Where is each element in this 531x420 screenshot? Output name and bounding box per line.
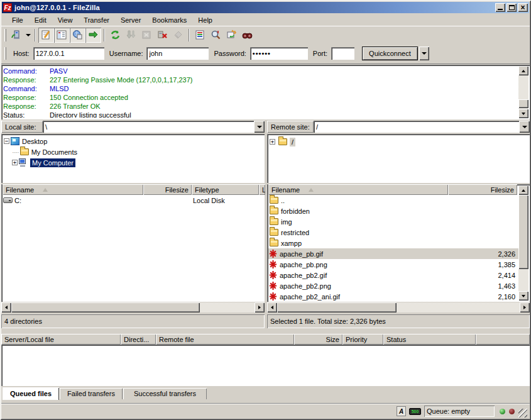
tree-item-root[interactable]: + / [270,136,530,147]
tree-item-label: My Documents [31,148,77,156]
message-log-icon [41,30,52,40]
tree-item-desktop[interactable]: − Desktop [4,136,265,146]
tree-item-my-documents[interactable]: ···· My Documents [4,146,265,157]
remote-row-file-selected[interactable]: apache_pb.gif 2,326 [268,248,518,259]
remote-row-file[interactable]: apache_pb2_ani.gif 2,160 [268,291,518,301]
remote-row-folder[interactable]: restricted [268,227,518,238]
arrow-left-icon [5,306,8,309]
menu-file[interactable]: File [6,15,29,25]
process-queue-button[interactable] [123,28,139,43]
directory-filters-button[interactable] [192,28,208,43]
local-column-filetype[interactable]: Filetype [192,184,259,195]
receive-indicator-led [500,409,505,414]
site-manager-dropdown-button[interactable] [24,28,32,43]
log-line: Response:226 Transfer OK [3,102,517,111]
host-input[interactable] [33,47,104,60]
resize-grip[interactable] [518,409,527,417]
local-column-filesize[interactable]: Filesize [143,184,192,195]
toggle-remote-tree-button[interactable] [70,28,85,43]
remote-site-dropdown-button[interactable] [519,121,530,133]
window-title: john@127.0.0.1 - FileZilla [14,4,494,11]
tab-failed-transfers[interactable]: Failed transfers [60,388,123,399]
local-column-filename[interactable]: Filename [3,184,143,195]
expander-collapse-icon[interactable]: − [4,138,9,144]
remote-scroll-up-button[interactable] [518,185,528,195]
remote-scroll-right-button[interactable] [520,302,530,312]
local-scroll-right-button[interactable] [255,302,265,312]
menu-view[interactable]: View [52,15,79,25]
remote-file-list: Filename Filesize .. forbidden img restr… [267,184,530,302]
remote-scroll-track[interactable] [518,269,528,291]
remote-site-label: Remote site: [267,121,314,133]
close-button[interactable]: × [518,3,528,12]
refresh-button[interactable] [107,28,123,43]
remote-site-combobox[interactable]: / [314,121,519,133]
local-site-dropdown-button[interactable] [254,121,265,133]
site-manager-button[interactable] [8,28,24,43]
toggle-transfer-queue-button[interactable] [85,28,101,43]
port-input[interactable] [331,47,354,60]
toggle-local-tree-button[interactable] [54,28,70,43]
toggle-message-log-button[interactable] [38,28,54,43]
tab-successful-transfers[interactable]: Successful transfers [123,388,207,399]
local-scroll-left-button[interactable] [1,302,11,312]
local-file-row-c-drive[interactable]: C: Local Disk [3,195,263,206]
remote-row-folder[interactable]: img [268,216,518,227]
find-files-button[interactable] [239,28,255,43]
remote-scroll-thumb[interactable] [518,195,528,269]
title-bar[interactable]: Fz john@127.0.0.1 - FileZilla × [2,2,529,13]
remote-row-file[interactable]: apache_pb2.png 1,463 [268,280,518,291]
local-column-last-modified[interactable]: L [259,184,265,195]
log-scrollbar-thumb[interactable] [518,99,528,108]
queue-list-body[interactable] [1,345,530,386]
disconnect-icon [157,30,168,40]
maximize-button[interactable] [506,3,517,12]
quickconnect-button[interactable]: Quickconnect [362,47,418,60]
remote-scroll-left-button[interactable] [267,302,277,312]
local-scroll-thumb[interactable] [11,302,200,312]
remote-row-file[interactable]: apache_pb.png 1,385 [268,259,518,270]
remote-scroll-down-button[interactable] [518,291,528,301]
synchronized-browsing-button[interactable] [224,28,239,43]
tab-queued-files[interactable]: Queued files [3,387,59,400]
remote-row-parent-dir[interactable]: .. [268,195,518,206]
queue-column-size[interactable]: Size [294,334,342,345]
disconnect-button[interactable] [155,28,170,43]
image-file-icon [268,260,278,269]
menu-transfer[interactable]: Transfer [78,15,115,25]
tree-item-my-computer[interactable]: + My Computer [4,157,265,168]
menu-bookmarks[interactable]: Bookmarks [146,15,192,25]
queue-column-status[interactable]: Status [383,334,476,345]
arrow-down-icon [522,113,525,115]
log-scroll-up-button[interactable] [518,66,528,75]
file-name: apache_pb2_ani.gif [280,293,340,301]
remote-hscroll-thumb[interactable] [277,302,397,312]
reconnect-button[interactable] [170,28,186,43]
remote-row-folder[interactable]: forbidden [268,206,518,216]
quickconnect-grip[interactable] [4,47,6,60]
queue-column-remote-file[interactable]: Remote file [156,334,294,345]
cancel-button[interactable] [139,28,155,43]
queue-column-server-local-file[interactable]: Server/Local file [1,334,121,345]
minimize-button[interactable] [495,3,505,12]
remote-column-filename[interactable]: Filename [268,184,448,195]
password-input[interactable] [250,47,308,60]
directory-comparison-button[interactable] [208,28,224,43]
transfer-type-indicator[interactable]: A [397,406,406,416]
remote-row-file[interactable]: apache_pb2.gif 2,414 [268,270,518,280]
menu-server[interactable]: Server [115,15,146,25]
queue-column-direction[interactable]: Directi... [121,334,156,345]
speed-limit-icon[interactable]: 500 [409,408,421,415]
username-input[interactable] [146,47,209,60]
remote-row-folder[interactable]: xampp [268,238,518,248]
local-site-combobox[interactable]: \ [43,121,254,133]
menu-edit[interactable]: Edit [29,15,52,25]
quickconnect-dropdown-button[interactable] [419,47,429,60]
toolbar-grip[interactable] [4,29,6,41]
queue-column-priority[interactable]: Priority [342,334,383,345]
log-scroll-down-button[interactable] [518,109,528,118]
remote-column-filesize[interactable]: Filesize [448,184,517,195]
expander-expand-icon[interactable]: + [270,139,275,145]
expander-expand-icon[interactable]: + [12,160,18,165]
menu-help[interactable]: Help [192,15,218,25]
